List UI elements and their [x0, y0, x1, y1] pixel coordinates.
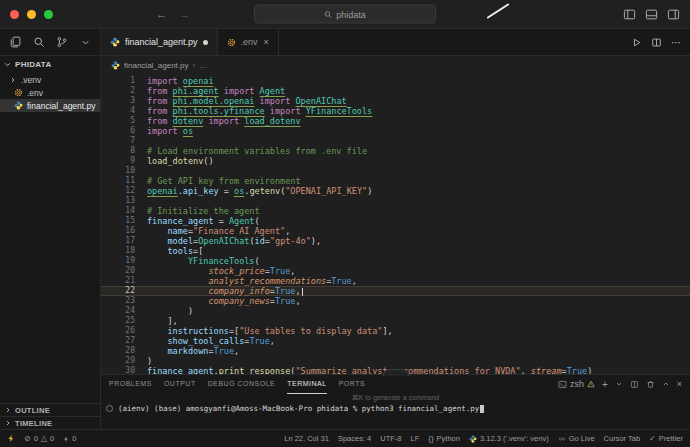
command-decoration-icon[interactable] [106, 405, 113, 412]
terminal-view[interactable]: ⌘K to generate a command (aienv) (base) … [101, 393, 690, 429]
traffic-lights [0, 10, 53, 19]
line-number: 22 [101, 286, 135, 296]
code-line-1[interactable]: 1import openai [101, 76, 690, 86]
go-live-status[interactable]: Go Live [558, 434, 595, 443]
bolt-count-status[interactable]: 0 [63, 434, 76, 443]
line-content: load_dotenv() [147, 156, 214, 166]
tree-item-env[interactable]: .env [0, 86, 100, 99]
code-line-12[interactable]: 12openai.api_key = os.getenv("OPENAI_API… [101, 186, 690, 196]
tab-debug-console[interactable]: DEBUG CONSOLE [208, 375, 276, 394]
tab-terminal[interactable]: TERMINAL [287, 375, 326, 394]
code-line-22[interactable]: 22 company_info=True, [101, 286, 690, 296]
forward-icon[interactable]: → [179, 9, 190, 20]
code-line-9[interactable]: 9load_dotenv() [101, 156, 690, 166]
code-line-26[interactable]: 26 instructions=["Use tables to display … [101, 326, 690, 336]
tree-item-venv[interactable]: .venv [0, 73, 100, 86]
code-line-3[interactable]: 3from phi.model.openai import OpenAIChat [101, 96, 690, 106]
code-line-29[interactable]: 29) [101, 356, 690, 366]
code-line-20[interactable]: 20 stock_price=True, [101, 266, 690, 276]
code-editor[interactable]: 1import openai2from phi.agent import Age… [101, 74, 690, 374]
close-tab-icon[interactable]: × [264, 37, 269, 47]
cursor-tab-status[interactable]: Cursor Tab [604, 434, 641, 443]
tab-env[interactable]: .env × [218, 29, 279, 55]
line-number: 19 [101, 256, 135, 266]
toggle-secondary-sidebar-icon[interactable] [667, 9, 680, 20]
terminal-hint: ⌘K to generate a command [101, 394, 690, 402]
explorer-root-folder[interactable]: PHIDATA [0, 56, 100, 73]
run-python-file-icon[interactable] [631, 37, 642, 48]
chevron-down-icon[interactable] [615, 380, 623, 388]
explorer-icon[interactable] [9, 36, 21, 48]
cursor-position-status[interactable]: Ln 22, Col 31 [284, 434, 329, 443]
toggle-primary-sidebar-icon[interactable] [623, 9, 636, 20]
code-line-13[interactable]: 13 [101, 196, 690, 206]
line-content: # Initialize the agent [147, 206, 260, 216]
tab-financial-agent[interactable]: financial_agent.py [101, 29, 218, 55]
python-interpreter-status[interactable]: 3.12.3 ('.venv': venv) [469, 434, 549, 443]
kill-terminal-trash-icon[interactable] [646, 380, 655, 389]
more-actions-icon[interactable]: ⋯ [671, 37, 681, 48]
python-file-icon [14, 101, 23, 110]
code-line-6[interactable]: 6import os [101, 126, 690, 136]
tab-problems[interactable]: PROBLEMS [109, 375, 152, 394]
breadcrumb-file[interactable]: financial_agent.py [124, 61, 189, 70]
prettier-status[interactable]: ✓ Prettier [649, 434, 683, 443]
command-center-search[interactable]: phidata [254, 5, 436, 24]
eol-status[interactable]: LF [411, 434, 420, 443]
code-line-5[interactable]: 5from dotenv import load_dotenv [101, 116, 690, 126]
breadcrumb-symbol[interactable]: … [199, 61, 207, 70]
split-terminal-icon[interactable] [630, 380, 639, 389]
code-line-19[interactable]: 19 YFinanceTools( [101, 256, 690, 266]
problems-status[interactable]: ⊘ 0 △ 0 [24, 434, 54, 443]
code-line-8[interactable]: 8# Load environment variables from .env … [101, 146, 690, 156]
language-mode-status[interactable]: {} Python [428, 434, 460, 443]
encoding-status[interactable]: UTF-8 [380, 434, 401, 443]
code-line-28[interactable]: 28 markdown=True, [101, 346, 690, 356]
code-line-27[interactable]: 27 show_tool_calls=True, [101, 336, 690, 346]
code-line-7[interactable]: 7 [101, 136, 690, 146]
more-views-chevron-icon[interactable] [80, 37, 91, 48]
code-line-4[interactable]: 4from phi.tools.yfinance import YFinance… [101, 106, 690, 116]
code-line-15[interactable]: 15finance_agent = Agent( [101, 216, 690, 226]
panel-resize-handle[interactable] [383, 369, 409, 376]
line-number: 1 [101, 76, 135, 86]
code-line-21[interactable]: 21 analyst_recommendations=True, [101, 276, 690, 286]
close-panel-icon[interactable]: × [677, 379, 682, 389]
timeline-section-header[interactable]: TIMELINE [0, 416, 100, 429]
code-line-24[interactable]: 24 ) [101, 306, 690, 316]
gear-icon [14, 88, 23, 97]
minimize-window-button[interactable] [27, 10, 36, 19]
zoom-window-button[interactable] [44, 10, 53, 19]
line-content: ) [147, 306, 193, 316]
new-terminal-icon[interactable]: + [602, 379, 608, 390]
close-window-button[interactable] [10, 10, 19, 19]
line-number: 20 [101, 266, 135, 276]
code-line-18[interactable]: 18 tools=[ [101, 246, 690, 256]
tab-ports[interactable]: PORTS [339, 375, 366, 394]
code-line-23[interactable]: 23 company_news=True, [101, 296, 690, 306]
chevron-down-icon [3, 60, 12, 69]
tab-output[interactable]: OUTPUT [164, 375, 196, 394]
code-line-14[interactable]: 14# Initialize the agent [101, 206, 690, 216]
search-view-icon[interactable] [33, 36, 45, 48]
code-line-10[interactable]: 10 [101, 166, 690, 176]
maximize-panel-icon[interactable] [662, 380, 670, 388]
code-line-16[interactable]: 16 name="Finance AI Agent", [101, 226, 690, 236]
back-icon[interactable]: ← [156, 9, 167, 20]
cursor-app-icon[interactable] [7, 434, 15, 443]
line-content: from phi.agent import Agent [147, 86, 285, 96]
outline-section-header[interactable]: OUTLINE [0, 403, 100, 416]
code-line-25[interactable]: 25 ], [101, 316, 690, 326]
terminal-cursor [480, 405, 484, 413]
indentation-status[interactable]: Spaces: 4 [338, 434, 371, 443]
code-line-17[interactable]: 17 model=OpenAIChat(id="gpt-4o"), [101, 236, 690, 246]
line-content: analyst_recommendations=True, [147, 276, 357, 286]
terminal-profile-selector[interactable]: zsh [558, 379, 595, 389]
modified-dot-icon[interactable] [203, 40, 208, 45]
tree-item-financial-agent[interactable]: financial_agent.py [0, 99, 100, 112]
code-line-2[interactable]: 2from phi.agent import Agent [101, 86, 690, 96]
toggle-panel-icon[interactable] [645, 9, 658, 20]
code-line-11[interactable]: 11# Get API key from environment [101, 176, 690, 186]
source-control-icon[interactable] [56, 36, 68, 48]
split-editor-icon[interactable] [651, 37, 662, 48]
